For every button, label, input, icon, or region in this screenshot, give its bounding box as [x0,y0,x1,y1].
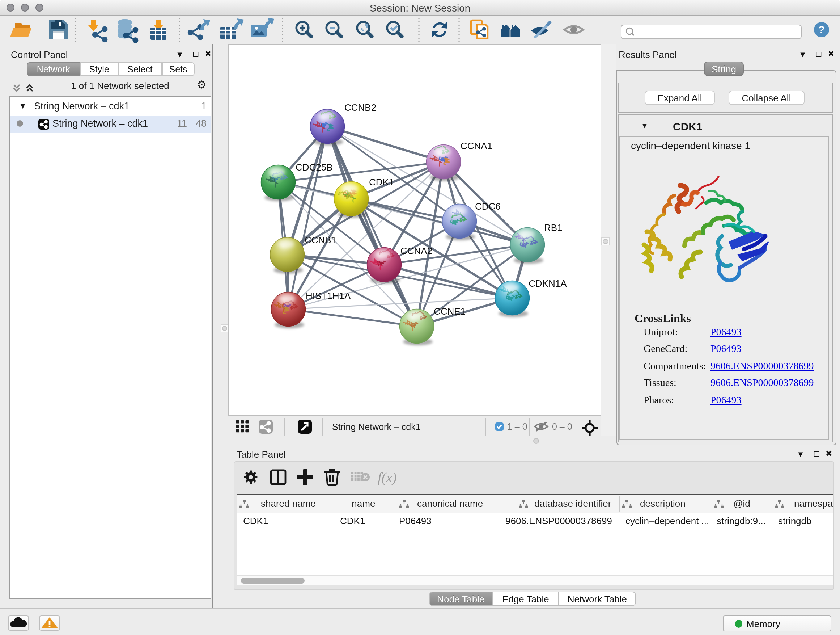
svg-text:0 – 0: 0 – 0 [552,421,572,432]
svg-text:RB1: RB1 [544,222,562,233]
svg-text:f(x): f(x) [378,470,397,485]
svg-text:CDC6: CDC6 [475,201,500,212]
svg-text:?: ? [818,24,825,35]
svg-text:CCNA2: CCNA2 [400,245,432,256]
svg-text:CCNA1: CCNA1 [460,141,492,151]
svg-text:HIST1H1A: HIST1H1A [305,290,351,301]
svg-text:CDKN1A: CDKN1A [528,278,567,289]
svg-text:CDC25B: CDC25B [295,162,332,173]
svg-text:1 – 0: 1 – 0 [507,421,527,432]
svg-text:CCNB1: CCNB1 [304,234,336,245]
svg-text:String Network – cdk1: String Network – cdk1 [332,422,420,432]
svg-text:CDK1: CDK1 [369,177,393,187]
svg-text:CCNB2: CCNB2 [344,102,376,113]
svg-text:CCNE1: CCNE1 [433,306,465,317]
